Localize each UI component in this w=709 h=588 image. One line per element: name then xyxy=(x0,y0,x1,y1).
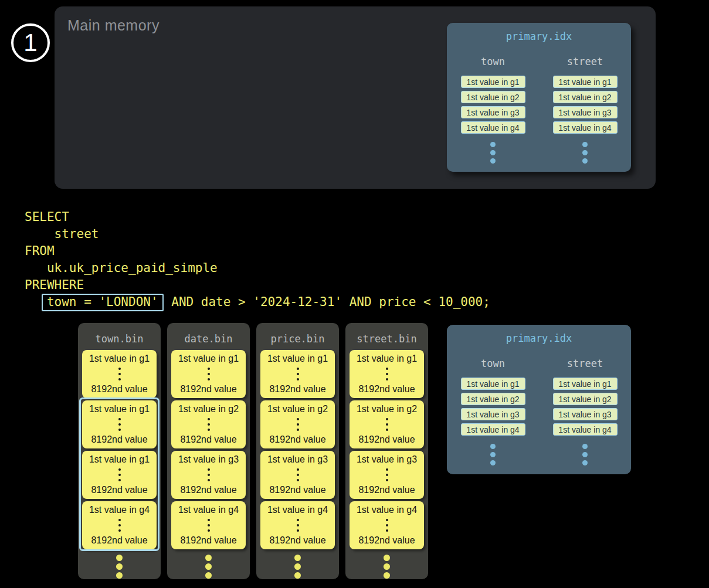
granule-first-value: 1st value in g4 xyxy=(350,505,424,515)
index-entry: 1st value in g2 xyxy=(461,393,525,405)
granule-first-value: 1st value in g2 xyxy=(350,404,424,414)
index-column-header-town: town xyxy=(481,358,505,369)
more-granules-dots-icon xyxy=(116,555,123,561)
granule-block: 1st value in g1 8192nd value xyxy=(82,400,157,448)
granule-block: 1st value in g4 8192nd value xyxy=(82,501,157,549)
granule-last-value: 8192nd value xyxy=(82,485,157,495)
granule-last-value: 8192nd value xyxy=(171,485,246,495)
granule-block: 1st value in g3 8192nd value xyxy=(260,451,335,499)
index-entry: 1st value in g2 xyxy=(553,91,618,103)
granule-first-value: 1st value in g4 xyxy=(171,505,246,515)
granule-ellipsis-icon xyxy=(208,418,210,420)
index-column-header-town: town xyxy=(481,56,505,67)
granule-last-value: 8192nd value xyxy=(82,384,157,395)
granule-ellipsis-icon xyxy=(208,468,210,471)
index-column-header-street: street xyxy=(567,358,603,369)
index-entry: 1st value in g1 xyxy=(461,76,525,88)
granule-last-value: 8192nd value xyxy=(171,384,246,395)
sql-line-prewhere-condition: town = 'LONDON' AND date > '2024-12-31' … xyxy=(25,294,490,311)
index-entry: 1st value in g3 xyxy=(553,106,618,118)
granule-ellipsis-icon xyxy=(118,468,121,471)
sql-line: street xyxy=(25,226,490,243)
index-entry: 1st value in g4 xyxy=(553,423,618,436)
granule-block: 1st value in g4 8192nd value xyxy=(350,501,424,549)
sql-condition-rest: AND date > '2024-12-31' AND price < 10_0… xyxy=(164,295,490,309)
index-entry: 1st value in g3 xyxy=(553,408,618,420)
granule-last-value: 8192nd value xyxy=(350,485,424,495)
granule-block: 1st value in g4 8192nd value xyxy=(260,501,335,549)
granule-block: 1st value in g1 8192nd value xyxy=(350,350,424,398)
granule-first-value: 1st value in g3 xyxy=(171,454,246,465)
more-entries-dots-icon xyxy=(490,142,496,147)
granule-list: 1st value in g1 8192nd value 1st value i… xyxy=(256,350,339,549)
granule-block: 1st value in g2 8192nd value xyxy=(171,400,246,448)
primary-index-title: primary.idx xyxy=(447,332,631,344)
index-column-town: town 1st value in g1 1st value in g2 1st… xyxy=(447,358,539,449)
granule-last-value: 8192nd value xyxy=(350,535,424,546)
granule-ellipsis-icon xyxy=(208,519,210,521)
step-number-badge: 1 xyxy=(11,23,50,62)
index-column-street: street 1st value in g1 1st value in g2 1… xyxy=(539,56,631,147)
granule-block: 1st value in g3 8192nd value xyxy=(171,451,246,499)
index-entry: 1st value in g2 xyxy=(553,393,618,405)
index-column-header-street: street xyxy=(567,56,603,67)
granule-first-value: 1st value in g1 xyxy=(82,454,157,465)
column-file-title: town.bin xyxy=(78,333,161,345)
granule-block: 1st value in g1 8192nd value xyxy=(82,451,157,499)
granule-last-value: 8192nd value xyxy=(260,384,335,395)
index-entry: 1st value in g1 xyxy=(553,378,618,390)
granule-list: 1st value in g1 8192nd value 1st value i… xyxy=(167,350,250,549)
main-memory-title: Main memory xyxy=(67,17,160,34)
granule-last-value: 8192nd value xyxy=(350,434,424,445)
column-file-title: street.bin xyxy=(345,333,428,345)
primary-index-title: primary.idx xyxy=(447,30,631,42)
granule-ellipsis-icon xyxy=(297,519,299,521)
granule-first-value: 1st value in g3 xyxy=(260,454,335,465)
sql-query: SELECT street FROM uk.uk_price_paid_simp… xyxy=(25,209,490,311)
granule-ellipsis-icon xyxy=(118,418,121,420)
sql-line: SELECT xyxy=(25,209,490,226)
column-file-price-bin: price.bin 1st value in g1 8192nd value 1… xyxy=(256,323,339,579)
more-entries-dots-icon xyxy=(582,444,588,449)
primary-index-columns: town 1st value in g1 1st value in g2 1st… xyxy=(447,358,631,449)
sql-line: uk.uk_price_paid_simple xyxy=(25,260,490,277)
granule-last-value: 8192nd value xyxy=(260,535,335,546)
granule-ellipsis-icon xyxy=(386,468,388,471)
column-file-title: price.bin xyxy=(256,333,339,345)
prewhere-town-highlight-box: town = 'LONDON' xyxy=(42,294,164,311)
primary-index-columns: town 1st value in g1 1st value in g2 1st… xyxy=(447,56,631,147)
granule-ellipsis-icon xyxy=(386,368,388,370)
more-entries-dots-icon xyxy=(582,142,588,147)
primary-index-panel-disk: primary.idx town 1st value in g1 1st val… xyxy=(447,325,631,474)
index-column-town: town 1st value in g1 1st value in g2 1st… xyxy=(447,56,539,147)
granule-ellipsis-icon xyxy=(297,368,299,370)
index-entry: 1st value in g1 xyxy=(553,76,618,88)
granule-first-value: 1st value in g1 xyxy=(82,354,157,364)
granule-ellipsis-icon xyxy=(386,519,388,521)
granule-last-value: 8192nd value xyxy=(260,434,335,445)
granule-last-value: 8192nd value xyxy=(171,434,246,445)
granule-first-value: 1st value in g1 xyxy=(260,354,335,364)
granule-ellipsis-icon xyxy=(118,519,121,521)
granule-ellipsis-icon xyxy=(118,368,121,370)
granule-last-value: 8192nd value xyxy=(82,535,157,546)
column-file-date-bin: date.bin 1st value in g1 8192nd value 1s… xyxy=(167,323,250,579)
granule-first-value: 1st value in g2 xyxy=(171,404,246,414)
granule-ellipsis-icon xyxy=(297,468,299,471)
primary-index-panel-memory: primary.idx town 1st value in g1 1st val… xyxy=(447,23,631,172)
granule-block: 1st value in g1 8192nd value xyxy=(260,350,335,398)
column-file-title: date.bin xyxy=(167,333,250,345)
granule-last-value: 8192nd value xyxy=(260,485,335,495)
column-file-street-bin: street.bin 1st value in g1 8192nd value … xyxy=(345,323,428,579)
granule-first-value: 1st value in g1 xyxy=(171,354,246,364)
index-column-street: street 1st value in g1 1st value in g2 1… xyxy=(539,358,631,449)
diagram-canvas: 1 Main memory primary.idx town 1st value… xyxy=(0,0,709,588)
more-granules-dots-icon xyxy=(205,555,212,561)
granule-block: 1st value in g2 8192nd value xyxy=(350,400,424,448)
sql-line: PREWHERE xyxy=(25,277,490,294)
index-entry: 1st value in g4 xyxy=(461,121,525,134)
step-number: 1 xyxy=(23,30,37,55)
more-entries-dots-icon xyxy=(490,444,496,449)
granule-ellipsis-icon xyxy=(297,418,299,420)
granule-first-value: 1st value in g1 xyxy=(82,404,157,414)
